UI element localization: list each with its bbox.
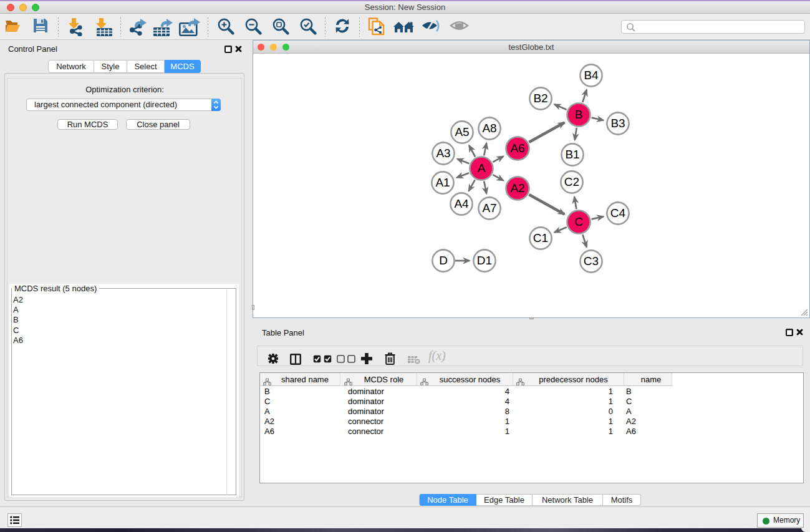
svg-text:A: A [478,162,486,175]
svg-text:A2: A2 [510,181,524,195]
svg-text:C4: C4 [610,206,626,220]
svg-text:C1: C1 [533,231,548,244]
svg-text:A7: A7 [482,201,496,215]
svg-text:C3: C3 [584,254,599,268]
svg-text:C2: C2 [564,175,579,188]
svg-text:D: D [439,254,448,267]
svg-text:A8: A8 [482,122,496,135]
svg-text:A5: A5 [455,125,469,138]
svg-text:A6: A6 [510,142,524,155]
svg-text:A3: A3 [436,147,450,160]
svg-text:B1: B1 [565,148,579,161]
svg-text:B: B [575,108,583,121]
svg-text:B4: B4 [584,69,599,82]
svg-text:A1: A1 [435,176,450,189]
svg-text:B2: B2 [533,92,547,105]
svg-text:D1: D1 [477,254,492,267]
svg-text:C: C [574,215,583,228]
svg-text:A4: A4 [454,197,469,210]
svg-text:B3: B3 [610,117,625,130]
